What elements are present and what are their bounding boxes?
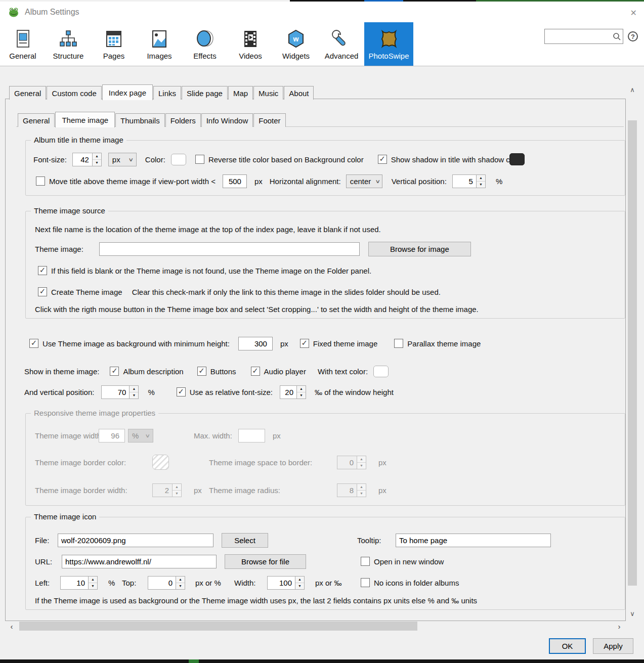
spin-up-icon[interactable]: ▲ [173,484,181,490]
tab-index-page[interactable]: Index page [102,84,153,100]
tab-custom-code[interactable]: Custom code [47,86,101,100]
top-input[interactable] [148,576,176,590]
vertical-position-input[interactable] [101,385,130,399]
vertical-position-spinner[interactable]: ▲▼ [101,385,139,399]
horizontal-scroll-thumb[interactable] [19,622,417,631]
close-icon[interactable]: ✕ [630,8,637,18]
search-icon[interactable] [611,32,623,41]
help-icon[interactable]: ? [628,31,638,41]
spin-down-icon[interactable]: ▼ [173,490,181,497]
space-to-border-spinner[interactable]: ▲▼ [337,456,366,469]
relative-font-size-checkbox[interactable]: ✓ Use as relative font-size: [177,387,273,396]
shadow-color-swatch[interactable] [509,153,525,165]
subtab-footer[interactable]: Footer [253,113,285,127]
parallax-theme-checkbox[interactable]: Parallax theme image [394,339,481,348]
font-unit-select[interactable]: px∨ [108,153,137,166]
vertical-scroll-thumb[interactable] [628,120,637,586]
ok-button[interactable]: OK [549,638,586,654]
halign-select[interactable]: center∨ [346,174,382,188]
vpos-spinner[interactable]: ▲▼ [452,174,486,188]
spin-down-icon[interactable]: ▼ [477,181,485,188]
spin-down-icon[interactable]: ▼ [130,392,138,399]
spin-up-icon[interactable]: ▲ [176,577,185,583]
move-title-checkbox[interactable]: Move title above theme image if view-por… [36,176,216,186]
subtab-info-window[interactable]: Info Window [201,113,253,127]
audio-player-checkbox[interactable]: ✓ Audio player [251,367,306,376]
browse-for-file-button[interactable]: Browse for file [225,554,306,569]
relative-font-size-spinner[interactable]: ▲▼ [280,385,306,399]
width-input[interactable] [267,576,295,590]
min-height-input[interactable] [238,337,273,350]
toolbar-item-structure[interactable]: Structure [46,22,91,66]
font-size-input[interactable] [72,153,93,166]
border-color-swatch[interactable] [152,455,169,470]
browse-for-image-button[interactable]: Browse for image [368,242,471,256]
spin-up-icon[interactable]: ▲ [477,175,485,181]
use-background-checkbox[interactable]: ✓ Use Theme image as background with min… [29,339,230,348]
toolbar-item-general[interactable]: General [0,22,46,66]
tab-slide-page[interactable]: Slide page [182,86,228,100]
apply-button[interactable]: Apply [593,638,633,654]
subtab-thumbnails[interactable]: Thumbnails [115,113,165,127]
title-color-swatch[interactable] [171,154,186,165]
spin-down-icon[interactable]: ▼ [295,583,304,589]
search-input[interactable] [545,29,611,43]
toolbar-item-advanced[interactable]: Advanced [319,22,364,66]
scroll-up-icon[interactable]: ∧ [627,85,638,94]
tab-links[interactable]: Links [153,86,181,100]
spin-down-icon[interactable]: ▼ [176,583,185,589]
theme-width-input[interactable] [99,429,125,443]
width-spinner[interactable]: ▲▼ [267,576,305,590]
vertical-scrollbar[interactable]: ∧ ∨ [627,85,638,618]
scroll-down-icon[interactable]: ∨ [627,609,638,618]
toolbar-item-effects[interactable]: Effects [182,22,228,66]
tab-general[interactable]: General [9,86,46,100]
theme-width-unit-select[interactable]: %∨ [128,429,153,443]
spin-up-icon[interactable]: ▲ [295,577,304,583]
show-shadow-checkbox[interactable]: ✓ Show shadow in title with shadow color… [378,155,525,164]
spin-up-icon[interactable]: ▲ [130,386,138,392]
left-input[interactable] [60,576,89,590]
vpos-input[interactable] [452,174,477,188]
border-width-input[interactable] [152,483,173,497]
buttons-checkbox[interactable]: ✓ Buttons [197,367,236,376]
radius-spinner[interactable]: ▲▼ [337,483,366,497]
border-width-spinner[interactable]: ▲▼ [152,483,182,497]
spin-up-icon[interactable]: ▲ [93,153,101,159]
theme-image-input[interactable] [99,242,360,256]
tab-map[interactable]: Map [228,86,253,100]
url-input[interactable] [62,555,217,568]
toolbar-item-videos[interactable]: Videos [228,22,273,66]
spin-down-icon[interactable]: ▼ [357,462,366,469]
file-input[interactable] [58,534,213,547]
toolbar-item-pages[interactable]: Pages [91,22,137,66]
create-theme-image-checkbox[interactable]: ✓ Create Theme image [38,287,122,296]
radius-input[interactable] [337,483,357,497]
subtab-folders[interactable]: Folders [165,113,201,127]
spin-up-icon[interactable]: ▲ [297,386,306,392]
blank-field-checkbox[interactable]: ✓ If this field is blank or the Theme im… [38,266,371,275]
subtab-theme-image[interactable]: Theme image [55,112,115,127]
spin-down-icon[interactable]: ▼ [357,490,366,497]
toolbar-item-photoswipe[interactable]: PhotoSwipe [364,22,413,66]
viewport-width-input[interactable] [223,174,247,188]
space-to-border-input[interactable] [337,456,357,469]
no-icons-checkbox[interactable]: No icons in folder albums [361,578,459,587]
open-new-window-checkbox[interactable]: Open in new window [361,557,444,566]
tab-about[interactable]: About [284,86,314,100]
font-size-spinner[interactable]: ▲▼ [72,153,102,166]
toolbar-item-images[interactable]: Images [137,22,182,66]
relative-font-size-input[interactable] [280,385,297,399]
top-spinner[interactable]: ▲▼ [148,576,185,590]
text-color-swatch[interactable] [373,366,389,377]
scroll-right-icon[interactable]: › [615,621,624,631]
spin-down-icon[interactable]: ▼ [93,159,101,166]
spin-up-icon[interactable]: ▲ [89,577,97,583]
toolbar-item-widgets[interactable]: w Widgets [273,22,319,66]
scroll-left-icon[interactable]: ‹ [7,621,16,631]
tooltip-input[interactable] [396,534,551,547]
max-width-input[interactable] [238,429,265,443]
spin-down-icon[interactable]: ▼ [89,583,97,589]
fixed-theme-checkbox[interactable]: ✓ Fixed theme image [300,339,378,348]
select-button[interactable]: Select [222,533,268,548]
